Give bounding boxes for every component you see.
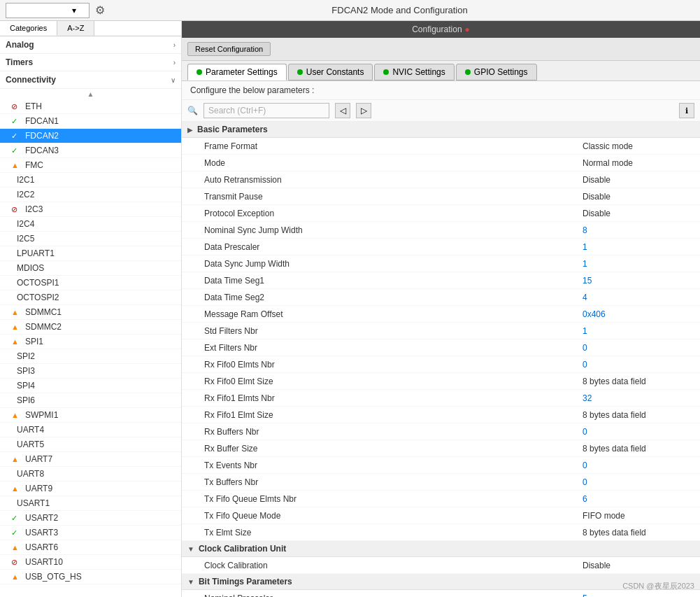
param-value-nominal-sync-jump[interactable]: 8 [583,225,694,235]
check-icon-fdcan2: ✓ [11,132,22,141]
sidebar-item-fdcan1[interactable]: ✓ FDCAN1 [0,114,181,129]
sidebar-group-header-connectivity[interactable]: Connectivity ∨ [0,71,181,89]
param-value-ext-filters[interactable]: 0 [583,343,694,353]
sidebar-item-i2c1[interactable]: I2C1 [0,173,181,188]
sidebar-item-mdios[interactable]: MDIOS [0,261,181,276]
sidebar-item-usart6[interactable]: ▲ USART6 [0,540,181,555]
tab-user-constants[interactable]: User Constants [288,64,373,80]
uart7-label: UART7 [25,454,52,464]
sidebar-item-i2c3[interactable]: ⊘ I2C3 [0,202,181,217]
param-value-rx-buffers[interactable]: 0 [583,427,694,437]
uart9-label: UART9 [25,484,52,493]
section-clock-calib[interactable]: ▼ Clock Calibration Unit [182,541,700,557]
sidebar-item-uart9[interactable]: ▲ UART9 [0,482,181,496]
param-value-frame-format[interactable]: Classic mode [583,141,694,151]
sidebar-item-fdcan3[interactable]: ✓ FDCAN3 [0,143,181,158]
param-ext-filters: Ext Filters Nbr 0 [182,339,700,356]
warn-icon-uart9: ▲ [11,484,22,493]
sidebar-item-swpmi1[interactable]: ▲ SWPMI1 [0,408,181,423]
param-value-tx-fifo-elmts[interactable]: 6 [583,494,694,504]
param-tx-fifo-queue-mode: Tx Fifo Queue Mode FIFO mode [182,507,700,524]
param-value-rx-buf-size[interactable]: 8 bytes data field [583,444,694,454]
param-value-transmit-pause[interactable]: Disable [583,192,694,202]
sidebar-item-spi1[interactable]: ▲ SPI1 [0,335,181,349]
sidebar-item-usart3[interactable]: ✓ USART3 [0,526,181,540]
param-name-frame-format: Frame Format [204,141,583,151]
param-value-auto-retrans[interactable]: Disable [583,175,694,185]
sidebar-item-i2c4[interactable]: I2C4 [0,217,181,232]
param-value-mode[interactable]: Normal mode [583,158,694,168]
section-basic-params[interactable]: ▶ Basic Parameters [182,122,700,138]
sidebar-item-fmc[interactable]: ▲ FMC [0,158,181,173]
sidebar-item-uart7[interactable]: ▲ UART7 [0,452,181,467]
param-value-tx-events[interactable]: 0 [583,461,694,470]
param-value-data-sync-jump[interactable]: 1 [583,259,694,269]
param-value-msg-ram[interactable]: 0x406 [583,309,694,319]
param-value-rx-fifo1-size[interactable]: 8 bytes data field [583,410,694,420]
sidebar-group-header-timers[interactable]: Timers › [0,54,181,71]
param-data-prescaler: Data Prescaler 1 [182,239,700,255]
sidebar-item-spi3[interactable]: SPI3 [0,364,181,379]
usb-label: USB_OTG_HS [25,572,82,582]
param-rx-fifo1-elmts-nbr: Rx Fifo1 Elmts Nbr 32 [182,390,700,407]
reset-configuration-button[interactable]: Reset Configuration [187,42,271,56]
search-input[interactable] [9,6,72,15]
param-value-data-time-seg2[interactable]: 4 [583,293,694,302]
scroll-up-arrow[interactable]: ▲ [0,89,181,99]
param-value-nominal-presc[interactable]: 5 [583,594,694,598]
param-rx-fifo0-elmt-size: Rx Fifo0 Elmt Size 8 bytes data field [182,373,700,390]
sidebar-item-usart2[interactable]: ✓ USART2 [0,511,181,526]
section-chevron-clock: ▼ [187,545,194,553]
prev-result-button[interactable]: ◁ [335,103,350,118]
tab-nvic-settings[interactable]: NVIC Settings [374,64,454,80]
param-value-std-filters[interactable]: 1 [583,326,694,336]
sidebar-item-usart10[interactable]: ⊘ USART10 [0,555,181,570]
param-value-rx-fifo1-elmts[interactable]: 32 [583,393,694,403]
sidebar-item-usb-otg-hs[interactable]: ▲ USB_OTG_HS [0,570,181,584]
section-title-clock: Clock Calibration Unit [199,544,286,554]
param-search-box[interactable]: Search (Ctrl+F) [203,103,329,118]
sidebar-item-i2c2[interactable]: I2C2 [0,188,181,202]
sidebar-group-header-analog[interactable]: Analog › [0,36,181,54]
sidebar-item-octospi2[interactable]: OCTOSPI2 [0,290,181,305]
sidebar-item-spi2[interactable]: SPI2 [0,349,181,364]
param-value-rx-fifo0-elmts[interactable]: 0 [583,360,694,370]
content-header: Configuration ● [182,21,700,38]
sidebar-item-octospi1[interactable]: OCTOSPI1 [0,276,181,290]
window-title: FDCAN2 Mode and Configuration [105,5,694,15]
param-value-clock-calib[interactable]: Disable [583,561,694,570]
tab-parameter-settings[interactable]: Parameter Settings [187,64,287,80]
settings-button[interactable]: ⚙ [95,3,105,17]
sidebar-item-fdcan2[interactable]: ✓ FDCAN2 [0,129,181,143]
sidebar-item-sdmmc2[interactable]: ▲ SDMMC2 [0,320,181,335]
param-clock-calibration: Clock Calibration Disable [182,557,700,574]
param-std-filters: Std Filters Nbr 1 [182,323,700,339]
param-nominal-sync-jump: Nominal Sync Jump Width 8 [182,222,700,239]
sidebar-item-usart1[interactable]: USART1 [0,496,181,511]
sidebar-item-uart4[interactable]: UART4 [0,423,181,437]
tab-a-to-z[interactable]: A->Z [57,21,94,36]
param-value-rx-fifo0-size[interactable]: 8 bytes data field [583,377,694,386]
param-name-rx-fifo0-size: Rx Fifo0 Elmt Size [204,377,583,386]
sidebar-item-eth[interactable]: ⊘ ETH [0,99,181,114]
sidebar-item-lpuart1[interactable]: LPUART1 [0,246,181,261]
sidebar-item-spi4[interactable]: SPI4 [0,379,181,393]
param-value-tx-fifo-mode[interactable]: FIFO mode [583,511,694,521]
param-value-protocol-exception[interactable]: Disable [583,209,694,218]
tab-gpio-settings[interactable]: GPIO Settings [456,64,537,80]
param-value-data-prescaler[interactable]: 1 [583,242,694,252]
sidebar-item-uart5[interactable]: UART5 [0,437,181,452]
slash-icon-eth: ⊘ [11,102,22,111]
sidebar-item-spi6[interactable]: SPI6 [0,393,181,408]
sidebar-item-sdmmc1[interactable]: ▲ SDMMC1 [0,305,181,320]
next-result-button[interactable]: ▷ [356,103,371,118]
sidebar-item-i2c5[interactable]: I2C5 [0,232,181,246]
sidebar-item-uart8[interactable]: UART8 [0,467,181,482]
search-box[interactable]: ▾ [6,3,90,18]
param-value-tx-buffers[interactable]: 0 [583,477,694,487]
info-button[interactable]: ℹ [679,103,694,118]
check-icon-usart2: ✓ [11,514,22,523]
param-value-data-time-seg1[interactable]: 15 [583,276,694,286]
tab-categories[interactable]: Categories [0,21,57,36]
param-value-tx-elmt-size[interactable]: 8 bytes data field [583,528,694,538]
